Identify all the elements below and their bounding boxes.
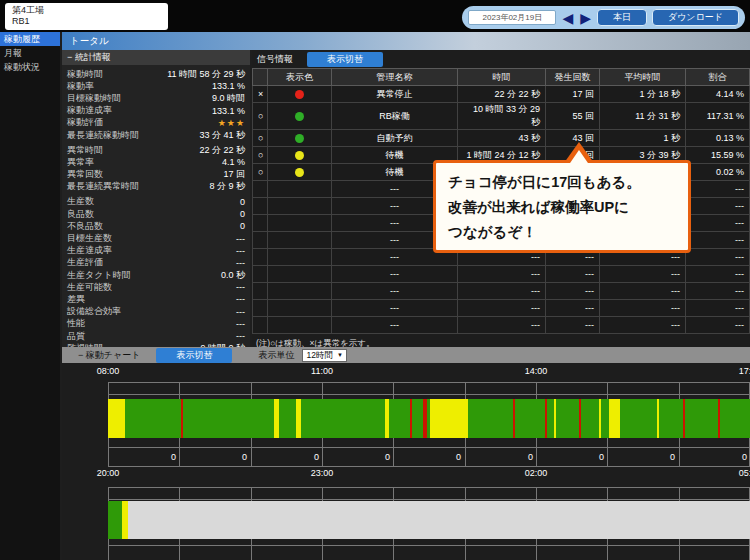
signal-cell: --- [686,181,750,198]
signal-cell: --- [332,266,458,283]
tab-signal-info[interactable]: 信号情報 [252,53,293,66]
today-button[interactable]: 本日 [597,9,647,26]
time-tick-label: 23:00 [311,468,334,478]
next-day-button[interactable]: ▶ [579,11,592,25]
stat-row: 不良品数0 [67,220,245,232]
signal-color-cell [268,86,332,103]
signal-row[interactable]: ○自動予約43 秒43 回1 秒0.13 % [253,130,750,147]
stat-row: 品質--- [67,330,245,342]
sidebar-item-0[interactable]: 稼動履歴 [0,32,60,46]
stats-panel: − 統計情報 稼動時間11 時間 58 分 29 秒稼動率133.1 %目標稼動… [62,50,250,347]
stat-row: 生産数0 [67,196,245,208]
signal-col-header: 発生回数 [546,69,600,86]
stat-row: 設備総合効率--- [67,306,245,318]
stat-row: 差異--- [67,293,245,305]
time-tick-label: 14:00 [525,366,548,376]
signal-cell [253,198,268,215]
stat-row: 目標生産数--- [67,232,245,244]
segment-run [279,399,296,438]
signal-cell: --- [458,283,546,300]
plant-name: 第4工場 [12,5,161,16]
segment-idle [430,399,468,438]
signal-cell: 55 回 [546,103,600,130]
stat-row: 最長連続異常時間8 分 9 秒 [67,181,245,193]
stat-row: 稼動評価★★★ [67,117,245,129]
signal-col-header: 表示色 [268,69,332,86]
signal-cell [268,317,332,334]
signal-cell: 異常停止 [332,86,458,103]
signal-cell: --- [546,317,600,334]
signal-cell: 22 分 22 秒 [458,86,546,103]
signal-cell: --- [546,266,600,283]
signal-row[interactable]: --------------- [253,283,750,300]
stat-row: 生産評価--- [67,257,245,269]
segment-run [389,399,410,438]
signal-row[interactable]: ○RB稼働10 時間 33 分 29 秒55 回11 分 31 秒117.31 … [253,103,750,130]
prev-day-button[interactable]: ◀ [561,11,574,25]
callout-text: 改善が出来れば稼働率UPに [448,195,676,220]
segment-run [581,399,599,438]
collapse-icon[interactable]: − [78,350,83,360]
signal-col-header: 管理名称 [332,69,458,86]
signal-cell: ○ [253,103,268,130]
signal-cell [268,215,332,232]
time-tick-label: 05:00 [739,468,750,478]
hourly-count: 0 [679,447,750,467]
tab-total[interactable]: トータル [62,32,750,50]
collapse-icon[interactable]: − [67,52,72,62]
unit-dropdown[interactable]: 12時間 ▼ [302,349,346,362]
signal-color-cell [268,130,332,147]
signal-col-header: 時間 [458,69,546,86]
segment-run [412,399,423,438]
stats-title: 統計情報 [75,52,111,62]
signal-cell: --- [332,300,458,317]
signal-cell: --- [458,300,546,317]
segment-run [108,501,122,539]
time-tick-label: 17:00 [739,366,750,376]
segment-nodata [128,501,750,539]
signal-cell [253,249,268,266]
stat-row: 良品数0 [67,208,245,220]
signal-row[interactable]: --------------- [253,266,750,283]
operation-timeline-bar [108,501,750,539]
signal-cell: --- [686,198,750,215]
signal-row[interactable]: --------------- [253,300,750,317]
signal-cell: 15.59 % [686,147,750,164]
status-dot-icon [295,112,304,121]
advice-callout: チョコ停が日に17回もある。改善が出来れば稼働率UPにつながるぞ！ [433,160,691,253]
status-dot-icon [295,90,304,99]
segment-run [556,399,579,438]
hourly-count: 0 [108,447,179,467]
chart-grid [108,487,750,560]
date-input[interactable]: 2023年02月19日 [468,10,556,25]
signal-cell: 0.13 % [686,130,750,147]
segment-run [125,399,181,438]
signal-cell: 自動予約 [332,130,458,147]
sidebar-item-2[interactable]: 稼動状況 [0,60,60,74]
signal-row[interactable]: ×異常停止22 分 22 秒17 回1 分 18 秒4.14 % [253,86,750,103]
download-button[interactable]: ダウンロード [652,9,739,26]
signal-cell: ○ [253,164,268,181]
operation-timeline-bar [108,399,750,438]
signal-display-switch-button[interactable]: 表示切替 [307,52,383,67]
unit-label: 表示単位 [258,349,294,362]
signal-cell: --- [600,283,686,300]
sidebar-item-1[interactable]: 月報 [0,46,60,60]
plant-selector[interactable]: 第4工場 RB1 [5,3,168,30]
signal-cell: --- [686,266,750,283]
operation-chart-section: − 稼動チャート 表示切替 表示単位 12時間 ▼ 08:0011:0014:0… [62,347,750,560]
signal-cell: 17 回 [546,86,600,103]
status-dot-icon [295,134,304,143]
status-dot-icon [295,151,304,160]
segment-run [720,399,750,438]
stats-panel-header[interactable]: − 統計情報 [62,50,250,65]
signal-cell [268,283,332,300]
signal-cell: --- [600,300,686,317]
signal-cell: --- [686,232,750,249]
signal-row[interactable]: --------------- [253,317,750,334]
signal-cell [268,198,332,215]
signal-cell [268,300,332,317]
signal-cell [268,266,332,283]
chart-display-switch-button[interactable]: 表示切替 [156,348,232,363]
stat-row: 異常回数17 回 [67,169,245,181]
